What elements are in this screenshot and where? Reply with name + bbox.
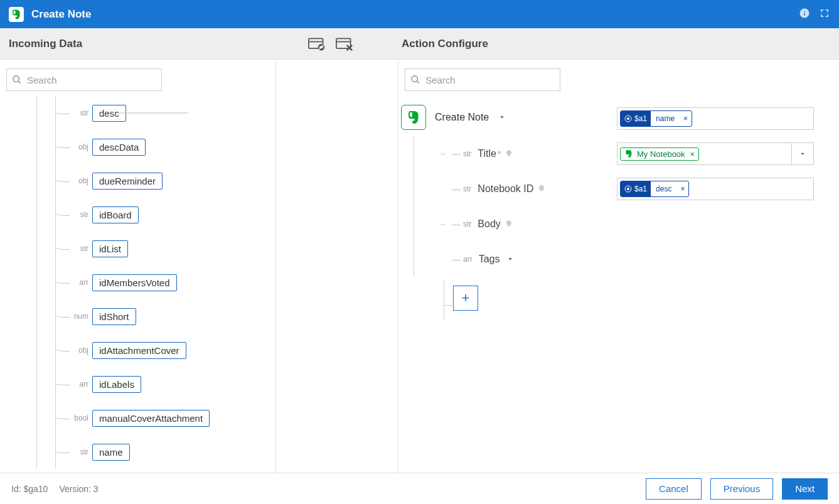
search-icon	[12, 75, 22, 85]
value-column: $a1 name × My Notebook ×	[617, 107, 814, 200]
required-marker: *	[498, 149, 501, 159]
configure-search-input[interactable]	[425, 75, 555, 85]
config-field-tags[interactable]: →— arr Tags	[414, 242, 839, 277]
cancel-button[interactable]: Cancel	[646, 478, 702, 500]
notebook-value[interactable]: My Notebook ×	[617, 142, 814, 165]
evernote-app-icon	[9, 7, 24, 22]
remove-token-icon[interactable]: ×	[680, 114, 692, 123]
field-name[interactable]: —strname	[36, 435, 275, 469]
field-idlabels[interactable]: —arridLabels	[36, 367, 275, 401]
incoming-data-heading: Incoming Data	[0, 38, 276, 50]
field-duereminder[interactable]: —objdueReminder	[36, 164, 275, 198]
tags-sublist: +	[444, 279, 839, 319]
notebook-token[interactable]: My Notebook ×	[620, 147, 699, 161]
action-name: Create Note	[435, 112, 489, 123]
body-value[interactable]: $a1 desc ×	[617, 178, 814, 200]
footer-id: Id: $ga10	[11, 484, 48, 494]
next-button[interactable]: Next	[782, 478, 828, 500]
chevron-up-icon[interactable]	[506, 254, 515, 265]
field-desc[interactable]: —strdesc	[36, 96, 275, 130]
title-value[interactable]: $a1 name ×	[617, 107, 814, 130]
hint-icon[interactable]	[505, 220, 513, 228]
configure-search[interactable]	[405, 68, 560, 91]
field-idattachmentcover[interactable]: —objidAttachmentCover	[36, 333, 275, 367]
incoming-search[interactable]	[6, 68, 162, 91]
incoming-pane: —strdesc —objdescData —objdueReminder —s…	[0, 60, 276, 473]
expand-icon[interactable]	[819, 8, 830, 21]
connector-pane	[276, 60, 398, 473]
action-configure-heading: Action Configure	[276, 38, 839, 50]
svg-point-9	[627, 188, 629, 190]
add-tag-button[interactable]: +	[453, 286, 478, 311]
field-idshort[interactable]: —numidShort	[36, 299, 275, 333]
chevron-up-icon[interactable]	[498, 112, 506, 123]
svg-point-7	[627, 117, 629, 120]
notebook-dropdown[interactable]	[791, 142, 814, 165]
section-header: Incoming Data Action Configure	[0, 28, 839, 60]
main: —strdesc —objdescData —objdueReminder —s…	[0, 60, 839, 473]
incoming-tree: —strdesc —objdescData —objdueReminder —s…	[0, 96, 275, 469]
field-manualcoverattachment[interactable]: —boolmanualCoverAttachment	[36, 401, 275, 435]
field-descdata[interactable]: —objdescData	[36, 130, 275, 164]
field-idlist[interactable]: —stridList	[36, 232, 275, 265]
footer-version: Version: 3	[59, 484, 98, 494]
window: Create Note Incoming Data Action Configu…	[0, 0, 839, 504]
window-title: Create Note	[31, 8, 799, 21]
info-icon[interactable]	[799, 8, 810, 21]
incoming-search-input[interactable]	[27, 75, 156, 85]
body-token[interactable]: $a1 desc ×	[620, 181, 689, 197]
remove-token-icon[interactable]: ×	[676, 185, 688, 193]
remove-token-icon[interactable]: ×	[690, 149, 695, 159]
clear-mapping-icon[interactable]	[335, 35, 354, 53]
configure-pane: Create Note →— str Title * →— str Notebo	[398, 60, 839, 473]
evernote-action-icon	[401, 105, 426, 130]
title-token[interactable]: $a1 name ×	[620, 110, 692, 127]
search-icon	[410, 75, 420, 85]
previous-button[interactable]: Previous	[710, 478, 773, 500]
titlebar: Create Note	[0, 0, 839, 28]
hint-icon[interactable]	[537, 185, 546, 193]
config-field-body[interactable]: →— str Body	[414, 206, 839, 242]
footer: Id: $ga10 Version: 3 Cancel Previous Nex…	[0, 473, 839, 504]
field-idmembersvoted[interactable]: —arridMembersVoted	[36, 265, 275, 299]
hide-mapping-icon[interactable]	[307, 35, 326, 53]
field-idboard[interactable]: —stridBoard	[36, 198, 275, 232]
hint-icon[interactable]	[505, 149, 513, 158]
